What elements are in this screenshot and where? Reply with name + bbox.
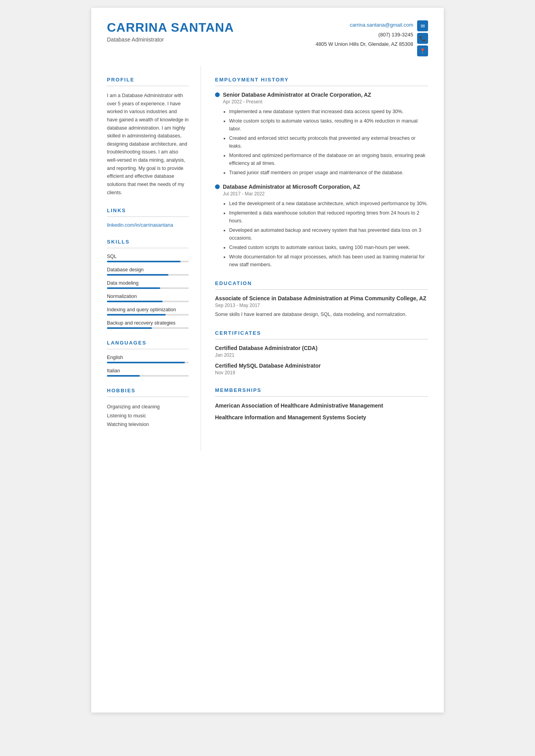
skills-divider [107,248,189,248]
employment-heading: EMPLOYMENT HISTORY [215,77,428,83]
skills-section: SKILLS SQL Database design Data modeling… [107,239,189,329]
education-heading: EDUCATION [215,280,428,286]
skill-name: Normalization [107,294,189,299]
memberships-list: American Association of Healthcare Admin… [215,402,428,421]
contact-icons: ✉ 📞 📍 [417,20,428,56]
skill-item: SQL [107,254,189,262]
skill-bar-background [107,287,189,289]
location-icon: 📍 [417,45,428,56]
language-item: Italian [107,368,189,377]
certificates-divider [215,339,428,339]
skill-bar-background [107,301,189,302]
memberships-divider [215,396,428,397]
profile-text: I am a Database Administrator with over … [107,92,189,197]
language-name: English [107,355,189,360]
skill-item: Normalization [107,294,189,302]
job-bullets-list: Implemented a new database system that i… [223,108,428,177]
email-icon: ✉ [417,20,428,31]
candidate-title: Database Administrator [107,36,234,43]
job-bullet: Trained junior staff members on proper u… [229,169,428,177]
email-link[interactable]: carrina.santana@gmail.com [350,22,413,28]
cert-date: Jan 2021 [215,352,428,358]
certificates-heading: CERTIFICATES [215,330,428,336]
cert-date: Nov 2019 [215,370,428,375]
job-title-text: Senior Database Administrator at Oracle … [223,92,371,98]
languages-list: English Italian [107,355,189,377]
job-dates: Jul 2017 - Mar 2022 [223,191,428,197]
job-bullet: Monitored and optimized performance of t… [229,152,428,167]
left-column: PROFILE I am a Database Administrator wi… [91,66,201,451]
right-column: EMPLOYMENT HISTORY Senior Database Admin… [201,66,444,451]
skills-list: SQL Database design Data modeling Normal… [107,254,189,329]
edu-dates: Sep 2013 - May 2017 [215,303,428,308]
certificates-section: CERTIFICATES Certified Database Administ… [215,330,428,375]
memberships-heading: MEMBERSHIPS [215,387,428,393]
employment-section: EMPLOYMENT HISTORY Senior Database Admin… [215,77,428,269]
hobbies-list: Organizing and cleaningListening to musi… [107,402,189,429]
address-text: 4805 W Union Hills Dr, Glendale, AZ 8530… [316,41,413,47]
education-item: Associate of Science in Database Adminis… [215,295,428,318]
job-bullet: Implemented a new database system that i… [229,108,428,115]
certificates-list: Certified Database Administrator (CDA) J… [215,345,428,375]
cert-title: Certified Database Administrator (CDA) [215,345,428,351]
membership-item: Healthcare Information and Management Sy… [215,414,428,422]
language-bar-background [107,375,189,377]
cert-title: Certified MySQL Database Administrator [215,363,428,369]
skill-name: SQL [107,254,189,259]
skill-bar-fill [107,314,166,316]
skills-heading: SKILLS [107,239,189,245]
candidate-name: CARRINA SANTANA [107,20,234,35]
hobbies-heading: HOBBIES [107,388,189,393]
profile-heading: PROFILE [107,77,189,83]
memberships-section: MEMBERSHIPS American Association of Heal… [215,387,428,421]
skill-bar-fill [107,274,168,276]
language-bar-background [107,362,189,363]
job-bullet: Developed an automated backup and recove… [229,226,428,242]
skill-item: Indexing and query optimization [107,307,189,316]
job-title: Database Administrator at Microsoft Corp… [215,184,428,190]
resume-document: CARRINA SANTANA Database Administrator c… [91,8,444,713]
links-section: LINKS linkedin.com/in/carrinasantana [107,207,189,228]
languages-section: LANGUAGES English Italian [107,340,189,377]
jobs-list: Senior Database Administrator at Oracle … [215,92,428,269]
job-dot [215,184,220,189]
links-divider [107,217,189,217]
education-list: Associate of Science in Database Adminis… [215,295,428,318]
job-item: Senior Database Administrator at Oracle … [215,92,428,177]
edu-desc: Some skills I have learned are database … [215,310,428,318]
employment-divider [215,86,428,86]
membership-item: American Association of Healthcare Admin… [215,402,428,410]
skill-item: Backup and recovery strategies [107,320,189,329]
hobby-item: Watching television [107,420,189,429]
skill-bar-background [107,327,189,329]
links-heading: LINKS [107,207,189,213]
education-section: EDUCATION Associate of Science in Databa… [215,280,428,318]
skill-name: Indexing and query optimization [107,307,189,312]
job-bullets-list: Led the development of a new database ar… [223,200,428,269]
edu-title: Associate of Science in Database Adminis… [215,295,428,301]
profile-section: PROFILE I am a Database Administrator wi… [107,77,189,197]
linkedin-link[interactable]: linkedin.com/in/carrinasantana [107,222,189,228]
skill-bar-background [107,261,189,262]
skill-name: Database design [107,267,189,272]
job-item: Database Administrator at Microsoft Corp… [215,184,428,269]
language-bar-fill [107,362,185,363]
phone-text: (807) 139-3245 [378,32,413,38]
contact-info: carrina.santana@gmail.com (807) 139-3245… [316,20,413,49]
hobby-item: Listening to music [107,411,189,420]
phone-icon: 📞 [417,33,428,44]
skill-bar-background [107,274,189,276]
skill-name: Data modeling [107,280,189,286]
language-name: Italian [107,368,189,373]
language-bar-fill [107,375,140,377]
skill-item: Data modeling [107,280,189,289]
job-title-text: Database Administrator at Microsoft Corp… [223,184,360,190]
header-left: CARRINA SANTANA Database Administrator [107,20,234,43]
skill-name: Backup and recovery strategies [107,320,189,326]
skill-bar-fill [107,327,152,329]
job-bullet: Wrote custom scripts to automate various… [229,117,428,133]
skill-bar-fill [107,301,163,302]
hobbies-section: HOBBIES Organizing and cleaningListening… [107,388,189,429]
profile-divider [107,86,189,86]
job-dates: Apr 2022 - Present [223,99,428,105]
